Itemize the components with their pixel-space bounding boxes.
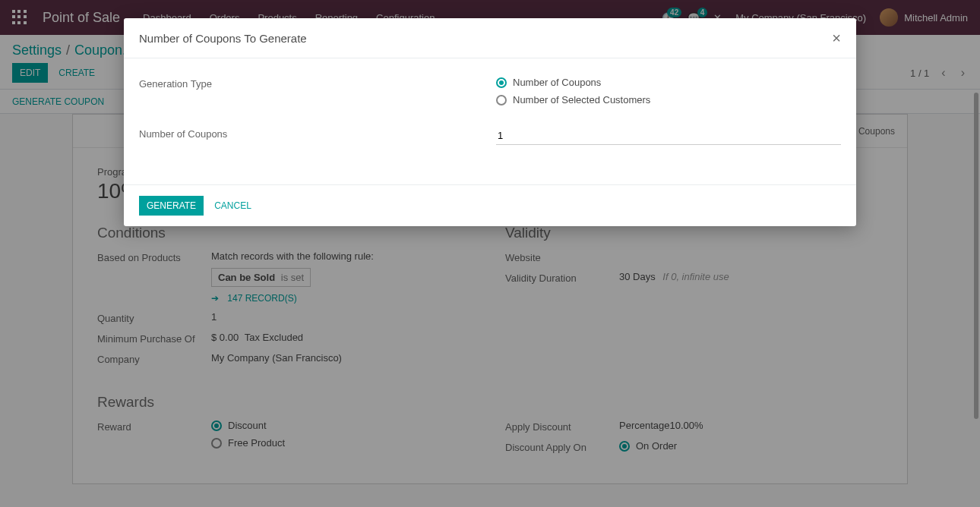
- cancel-button[interactable]: CANCEL: [207, 196, 259, 216]
- gen-type-num-coupons[interactable]: Number of Coupons: [496, 77, 841, 88]
- generation-type-label: Generation Type: [139, 77, 496, 112]
- radio-unchecked-icon: [496, 95, 507, 105]
- gen-type-num-customers-label: Number of Selected Customers: [513, 94, 650, 105]
- num-coupons-label: Number of Coupons: [139, 127, 496, 145]
- num-coupons-input[interactable]: [496, 127, 841, 145]
- gen-type-num-customers[interactable]: Number of Selected Customers: [496, 94, 841, 105]
- gen-type-num-coupons-label: Number of Coupons: [513, 77, 601, 88]
- close-icon[interactable]: ×: [832, 30, 841, 46]
- generate-button[interactable]: GENERATE: [139, 196, 204, 216]
- radio-checked-icon: [496, 77, 507, 88]
- generate-coupons-dialog: Number of Coupons To Generate × Generati…: [124, 18, 856, 226]
- modal-title: Number of Coupons To Generate: [139, 32, 307, 45]
